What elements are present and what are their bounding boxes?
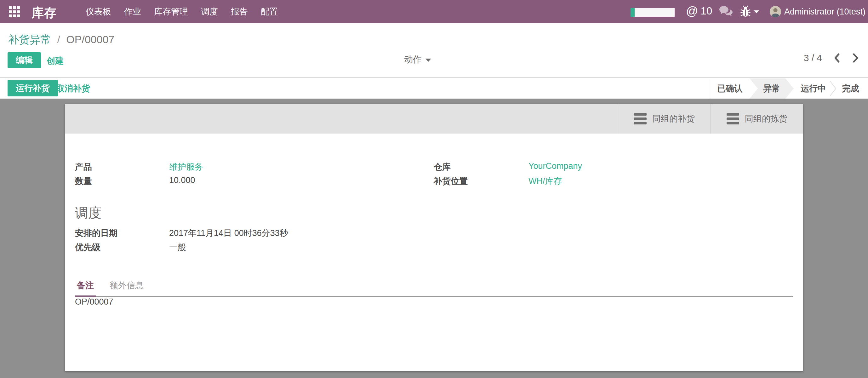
- menu-item-configuration[interactable]: 配置: [261, 6, 278, 17]
- create-button[interactable]: 创建: [46, 55, 64, 66]
- status-step-confirmed[interactable]: 已确认: [710, 78, 750, 99]
- cancel-procurement-button[interactable]: 取消补货: [56, 83, 90, 94]
- main-menu: 仪表板 作业 库存管理 调度 报告 配置: [86, 0, 278, 23]
- edit-button[interactable]: 编辑: [7, 52, 41, 68]
- bug-icon: [740, 5, 751, 18]
- messages-menu[interactable]: [719, 0, 733, 23]
- breadcrumb-parent-link[interactable]: 补货异常: [8, 33, 51, 45]
- status-step-done[interactable]: 完成: [833, 78, 868, 99]
- menu-item-inventory-control[interactable]: 库存管理: [154, 6, 188, 17]
- breadcrumb-current: OP/00007: [66, 33, 114, 45]
- user-avatar[interactable]: [770, 6, 781, 17]
- tab-notes[interactable]: 备注: [75, 277, 96, 297]
- menu-item-operations[interactable]: 作业: [124, 6, 141, 17]
- section-title-scheduling: 调度: [75, 204, 101, 222]
- field-label-quantity: 数量: [75, 176, 92, 187]
- chevron-left-icon: [833, 52, 841, 64]
- actions-label: 动作: [404, 54, 422, 65]
- list-lines-icon: [634, 113, 647, 124]
- progress-fill: [630, 8, 634, 17]
- menu-item-reporting[interactable]: 报告: [231, 6, 248, 17]
- chevron-right-icon: [851, 52, 860, 64]
- stat-button-label: 同组的补货: [652, 113, 695, 124]
- status-step-label: 运行中: [801, 83, 826, 94]
- pager-next-button[interactable]: [851, 52, 860, 64]
- actions-dropdown[interactable]: 动作: [404, 54, 431, 65]
- field-value-priority: 一般: [169, 242, 186, 253]
- stat-buttons: 同组的补货 同组的拣货: [618, 104, 803, 133]
- control-panel: 补货异常 / OP/00007 编辑 创建 动作 3 / 4: [0, 23, 868, 78]
- notebook-tabs: 备注 额外信息: [75, 277, 793, 297]
- record-pager: 3 / 4: [804, 52, 860, 64]
- person-photo-icon: [770, 6, 781, 17]
- form-sheet: 同组的补货 同组的拣货 产品 维护服务 数量 10.000 仓库 YourCom…: [65, 104, 803, 371]
- chat-bubble-icon: [719, 5, 733, 18]
- sheet-button-box: 同组的补货 同组的拣货: [65, 104, 803, 133]
- apps-menu-icon[interactable]: [9, 6, 21, 17]
- activities-count: 10: [701, 5, 712, 17]
- status-step-exception[interactable]: 异常: [750, 78, 794, 99]
- field-label-product: 产品: [75, 161, 92, 172]
- systray-progress-bar[interactable]: [630, 8, 675, 17]
- field-value-product-link[interactable]: 维护服务: [169, 161, 203, 172]
- chevron-down-icon: [754, 10, 759, 13]
- status-pipeline: 已确认 异常 运行中 完成: [710, 78, 868, 99]
- field-label-scheduled-date: 安排的日期: [75, 227, 118, 239]
- menu-item-schedulers[interactable]: 调度: [201, 6, 218, 17]
- menu-item-dashboard[interactable]: 仪表板: [86, 6, 111, 17]
- field-label-warehouse: 仓库: [434, 161, 451, 172]
- field-value-quantity: 10.000: [169, 176, 195, 185]
- run-procurement-button[interactable]: 运行补货: [7, 80, 58, 96]
- tab-extra-information[interactable]: 额外信息: [108, 277, 146, 296]
- user-menu[interactable]: Administrator (10test): [784, 0, 868, 23]
- field-value-scheduled-date: 2017年11月14日 00时36分33秒: [169, 227, 288, 239]
- pager-value: 3 / 4: [804, 53, 822, 63]
- field-value-procurement-location-link[interactable]: WH/库存: [528, 176, 562, 187]
- field-value-warehouse-link[interactable]: YourCompany: [528, 161, 582, 171]
- form-statusbar: 运行补货 取消补货 已确认 异常 运行中 完成: [0, 78, 868, 99]
- chevron-separator-icon: [829, 80, 837, 97]
- breadcrumb-separator: /: [57, 33, 60, 45]
- group-pickings-button[interactable]: 同组的拣货: [711, 104, 803, 133]
- breadcrumb: 补货异常 / OP/00007: [8, 32, 114, 47]
- status-step-running[interactable]: 运行中: [794, 78, 833, 99]
- at-icon: @: [686, 5, 698, 17]
- field-label-priority: 优先级: [75, 242, 100, 253]
- activities-menu[interactable]: @ 10: [686, 5, 712, 17]
- list-lines-icon: [726, 113, 739, 124]
- chevron-down-icon: [426, 59, 431, 62]
- group-procurements-button[interactable]: 同组的补货: [618, 104, 711, 133]
- user-name-label: Administrator (10test): [784, 7, 866, 17]
- app-window: 库存 仪表板 作业 库存管理 调度 报告 配置 @ 10: [0, 0, 868, 378]
- top-navbar: 库存 仪表板 作业 库存管理 调度 报告 配置 @ 10: [0, 0, 868, 23]
- note-content: OP/00007: [75, 297, 113, 307]
- debug-menu[interactable]: [740, 0, 759, 23]
- app-title[interactable]: 库存: [31, 4, 57, 22]
- form-view-background: 同组的补货 同组的拣货 产品 维护服务 数量 10.000 仓库 YourCom…: [0, 99, 868, 378]
- field-label-procurement-location: 补货位置: [434, 176, 468, 187]
- pager-previous-button[interactable]: [833, 52, 841, 64]
- stat-button-label: 同组的拣货: [745, 113, 787, 124]
